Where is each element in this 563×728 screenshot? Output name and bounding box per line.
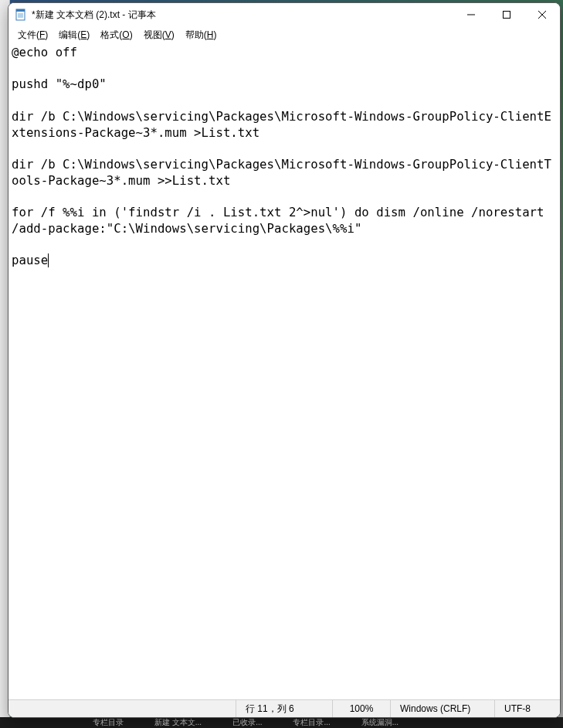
text-editor[interactable]: @echo off pushd "%~dp0" dir /b C:\Window… [8,43,560,699]
notepad-window: *新建 文本文档 (2).txt - 记事本 文件(F) 编辑(E) 格式(O)… [8,2,561,718]
minimize-button[interactable] [453,3,489,26]
status-position: 行 11，列 6 [236,700,332,717]
taskbar-item: 新建 文本文... [154,717,202,728]
taskbar-item: 系统漏洞... [361,717,399,728]
svg-rect-1 [16,9,25,12]
text-caret [48,253,49,267]
menu-edit[interactable]: 编辑(E) [54,27,94,43]
menu-format[interactable]: 格式(O) [96,27,137,43]
titlebar[interactable]: *新建 文本文档 (2).txt - 记事本 [8,3,560,26]
taskbar-hint: 专栏目录 新建 文本文... 已收录... 专栏目录... 系统漏洞... [0,717,563,728]
close-button[interactable] [524,3,560,26]
status-spacer [8,700,236,717]
status-zoom: 100% [332,700,390,717]
menu-file[interactable]: 文件(F) [13,27,53,43]
menubar: 文件(F) 编辑(E) 格式(O) 视图(V) 帮助(H) [8,26,560,43]
maximize-button[interactable] [489,3,524,26]
taskbar-item: 已收录... [232,717,262,728]
taskbar-item: 专栏目录 [93,717,124,728]
menu-view[interactable]: 视图(V) [139,27,179,43]
statusbar: 行 11，列 6 100% Windows (CRLF) UTF-8 [8,699,560,717]
window-controls [453,3,560,26]
status-eol: Windows (CRLF) [390,700,494,717]
editor-content: @echo off pushd "%~dp0" dir /b C:\Window… [12,45,551,267]
svg-rect-6 [504,12,510,19]
notepad-icon [15,9,27,21]
status-encoding: UTF-8 [494,700,560,717]
taskbar-item: 专栏目录... [293,717,330,728]
menu-help[interactable]: 帮助(H) [181,27,222,43]
window-title: *新建 文本文档 (2).txt - 记事本 [32,9,156,22]
